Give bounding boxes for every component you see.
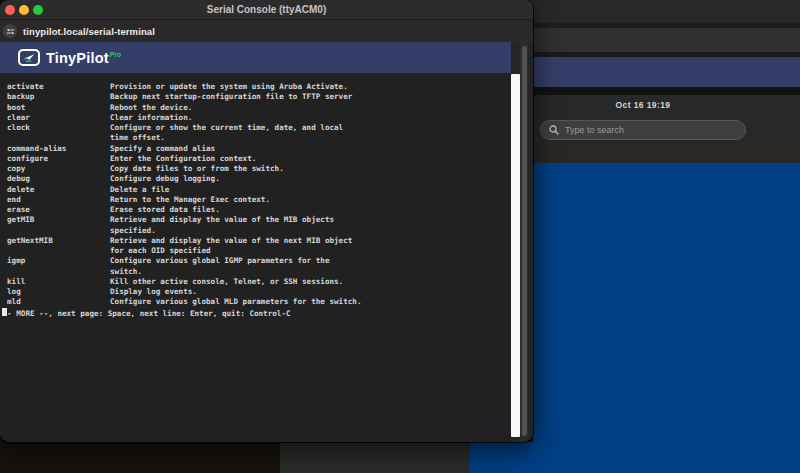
terminal-line: configureEnter the Configuration context… <box>2 154 511 164</box>
terminal-line: debugConfigure debug logging. <box>2 174 511 184</box>
terminal-line: igmpConfigure various global IGMP parame… <box>2 256 511 266</box>
terminal-line: backupBackup next startup-configuration … <box>2 92 511 102</box>
terminal-more-line: - MORE --, next page: Space, next line: … <box>2 308 511 318</box>
tinypilot-page: TinyPilotPro activateProvision or update… <box>0 42 533 442</box>
more-prompt-text: - MORE --, next page: Space, next line: … <box>7 308 290 317</box>
search-icon <box>549 125 559 135</box>
terminal-line: logDisplay log events. <box>2 287 511 297</box>
desktop-gap <box>280 442 470 473</box>
terminal-line: mldConfigure various global MLD paramete… <box>2 297 511 307</box>
remote-desktop-blue <box>533 163 800 473</box>
terminal-line: bootReboot the device. <box>2 103 511 113</box>
terminal-line: activateProvision or update the system u… <box>2 82 511 92</box>
tinypilot-brand[interactable]: TinyPilotPro <box>46 50 121 66</box>
terminal-line: command-aliasSpecify a command alias <box>2 144 511 154</box>
terminal-lines: activateProvision or update the system u… <box>2 82 511 308</box>
remote-desktop-blue <box>470 442 533 473</box>
desktop: Oct 16 19:19 Serial Console (ttyACM0) <box>0 0 800 473</box>
terminal-line: switch. <box>2 267 511 277</box>
serial-console-window: Serial Console (ttyACM0) tinypilot.local… <box>0 0 533 442</box>
terminal-line: specified. <box>2 226 511 236</box>
page-scrollbar-thumb[interactable] <box>522 46 527 436</box>
window-right-edge <box>528 42 533 442</box>
terminal-line: getMIBRetrieve and display the value of … <box>2 215 511 225</box>
remote-search-input[interactable] <box>565 125 715 135</box>
site-settings-icon[interactable] <box>3 24 17 38</box>
pro-badge: Pro <box>110 51 121 58</box>
background-window-urlbar <box>500 28 800 52</box>
url-text[interactable]: tinypilot.local/serial-terminal <box>23 26 155 37</box>
address-bar[interactable]: tinypilot.local/serial-terminal <box>0 20 533 42</box>
terminal-cursor <box>2 308 7 317</box>
background-window-separator <box>500 87 800 95</box>
terminal-line: getNextMIBRetrieve and display the value… <box>2 236 511 246</box>
terminal-line: clockConfigure or show the current time,… <box>2 123 511 133</box>
terminal-line: clearClear information. <box>2 113 511 123</box>
terminal-line: copyCopy data files to or from the switc… <box>2 164 511 174</box>
terminal-line: eraseErase stored data files. <box>2 205 511 215</box>
remote-search-field[interactable] <box>540 120 746 140</box>
terminal-scrollbar[interactable] <box>511 74 520 437</box>
remote-screen-overview: Oct 16 19:19 <box>533 95 800 163</box>
tinypilot-logo-icon[interactable] <box>18 49 40 66</box>
background-tinypilot-header <box>500 57 800 87</box>
terminal-line: time offset. <box>2 133 511 143</box>
terminal-line: endReturn to the Manager Exec context. <box>2 195 511 205</box>
tinypilot-header: TinyPilotPro <box>0 42 511 73</box>
page-scrollbar[interactable] <box>520 42 528 442</box>
window-titlebar[interactable]: Serial Console (ttyACM0) <box>0 0 533 20</box>
terminal-line: killKill other active console, Telnet, o… <box>2 277 511 287</box>
brand-text: TinyPilot <box>46 50 109 66</box>
terminal-output[interactable]: activateProvision or update the system u… <box>0 73 511 442</box>
terminal-line: for each OID specified <box>2 246 511 256</box>
window-title: Serial Console (ttyACM0) <box>0 0 533 19</box>
remote-clock: Oct 16 19:19 <box>533 100 753 110</box>
background-window-titlebar <box>500 0 800 23</box>
terminal-line: deleteDelete a file <box>2 185 511 195</box>
